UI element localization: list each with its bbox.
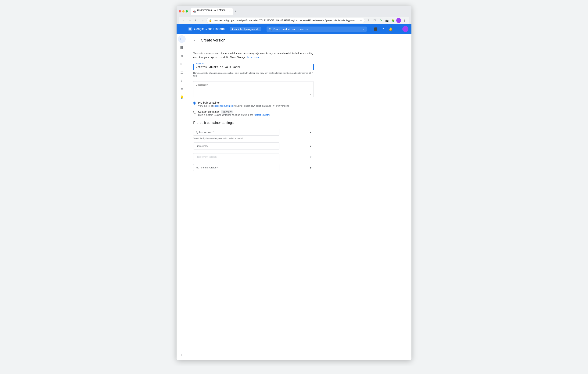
page-title: Create version [201, 38, 225, 43]
cloud-shell-icon[interactable]: ⬛ [372, 26, 379, 32]
custom-radio-content: Custom container PREVIEW Build a custom … [198, 110, 270, 116]
search-bar[interactable]: 🔍 Search products and resources ▾ [267, 27, 367, 32]
framework-select[interactable]: Framework TensorFlow scikit-learn XGBoos… [193, 142, 279, 150]
custom-radio-description: Build a custom Docker container. Must be… [198, 114, 270, 116]
form-content: To create a new version of your model, m… [187, 47, 320, 179]
maximize-traffic-light[interactable] [186, 10, 188, 12]
ml-runtime-select-container: ML runtime version * ▾ [193, 164, 314, 171]
sidebar-item-jobs[interactable]: ⊞ [178, 60, 186, 68]
search-icon: 🔍 [269, 28, 272, 31]
tab-title: Create version – AI Platform – [197, 9, 226, 14]
top-nav: ☰ Google Cloud Platform ◈ daniels-dl-pla… [177, 24, 411, 34]
nav-puzzle-icon[interactable]: 🧩 [390, 18, 396, 23]
python-version-dropdown-icon: ▾ [310, 130, 311, 134]
page-header: ← Create version [187, 34, 411, 47]
browser-nav: ← → ↻ ⌂ 🔒 console.cloud.google.com/ai-pl… [179, 17, 409, 24]
project-selector[interactable]: ◈ daniels-dl-playground ▾ [230, 27, 261, 31]
gcp-app-name: Google Cloud Platform [194, 27, 225, 31]
reload-nav-button[interactable]: ↻ [194, 18, 199, 23]
browser-user-avatar[interactable] [396, 18, 401, 23]
gcp-logo-icon [188, 27, 192, 31]
container-type-radio-group: Pre-built container View the list of sup… [193, 101, 314, 116]
intro-text: To create a new version of your model, m… [193, 51, 314, 59]
gcp-logo: Google Cloud Platform [188, 27, 225, 31]
browser-controls: 🤖 Create version – AI Platform – ✕ + [179, 8, 409, 15]
sidebar-item-ai[interactable]: ⬡ [178, 35, 186, 43]
active-tab[interactable]: 🤖 Create version – AI Platform – ✕ [191, 8, 233, 15]
prebuilt-radio-label: Pre-built container [198, 101, 289, 104]
sidebar-item-list[interactable]: ≡ [178, 85, 186, 93]
content-area: ← Create version To create a new version… [187, 34, 411, 360]
settings-icon[interactable]: ⋮ [395, 26, 402, 32]
ml-runtime-dropdown-icon: ▾ [310, 166, 311, 169]
nav-actions: ℹ 🛡 G 📷 🧩 ⋮ [366, 18, 407, 23]
learn-more-link[interactable]: Learn more [247, 56, 260, 59]
sidebar-item-dashboard[interactable]: ▦ [178, 43, 186, 51]
hamburger-menu-button[interactable]: ☰ [179, 25, 186, 32]
custom-radio[interactable] [193, 111, 196, 114]
bookmark-icon[interactable]: ☆ [360, 19, 362, 22]
nav-extension-green-icon[interactable]: G [378, 18, 383, 23]
nav-camera-icon[interactable]: 📷 [384, 18, 389, 23]
sidebar-item-models[interactable]: ◈ [178, 52, 186, 60]
help-icon[interactable]: ? [380, 26, 387, 32]
supported-runtimes-link[interactable]: supported runtimes [213, 105, 233, 107]
back-nav-button[interactable]: ← [181, 18, 186, 23]
project-name: daniels-dl-playground [234, 28, 258, 31]
list-icon: ≡ [181, 87, 183, 91]
framework-version-select[interactable]: Framework version [193, 153, 279, 160]
custom-preview-badge: PREVIEW [221, 110, 233, 114]
search-placeholder: Search products and resources [273, 28, 308, 31]
framework-version-select-container: Framework version ▾ [193, 153, 314, 160]
python-version-hint: Select the Python version you used to tr… [193, 137, 314, 139]
close-traffic-light[interactable] [179, 10, 181, 12]
project-icon: ◈ [231, 28, 233, 31]
description-container [193, 81, 314, 97]
nav-more-icon[interactable]: ⋮ [402, 18, 407, 23]
dashboard-icon: ▦ [180, 45, 183, 49]
data-icon: ☰ [180, 70, 183, 75]
bulb-icon: 💡 [180, 95, 184, 99]
jobs-icon: ⊞ [180, 62, 183, 66]
models-icon: ◈ [180, 53, 183, 58]
sidebar: ⬡ ▦ ◈ ⊞ ☰ ⫶ ≡ [177, 34, 187, 360]
new-tab-button[interactable]: + [233, 9, 238, 14]
nav-shield-icon[interactable]: 🛡 [372, 18, 377, 23]
pipelines-icon: ⫶ [181, 79, 183, 83]
name-field-hint: Name cannot be changed, is case sensitiv… [193, 72, 313, 77]
home-nav-button[interactable]: ⌂ [200, 18, 205, 23]
tab-close-button[interactable]: ✕ [228, 10, 230, 13]
sidebar-item-features[interactable]: 💡 [178, 94, 186, 101]
section-heading: Pre-built container settings [193, 121, 314, 125]
name-field-container: Name * [193, 64, 314, 70]
description-textarea[interactable] [196, 83, 311, 95]
address-text: console.cloud.google.com/ai-platform/mod… [213, 19, 359, 22]
sidebar-item-pipelines[interactable]: ⫶ [178, 77, 186, 85]
user-avatar[interactable] [402, 26, 409, 32]
browser-window: 🤖 Create version – AI Platform – ✕ + ← →… [177, 6, 411, 360]
browser-titlebar: 🤖 Create version – AI Platform – ✕ + ← →… [177, 6, 411, 24]
address-bar[interactable]: 🔒 console.cloud.google.com/ai-platform/m… [207, 18, 365, 23]
framework-version-dropdown-icon: ▾ [310, 155, 311, 159]
ml-runtime-select[interactable]: ML runtime version * [193, 164, 279, 171]
minimize-traffic-light[interactable] [182, 10, 185, 12]
framework-dropdown-icon: ▾ [310, 144, 311, 148]
nav-info-icon[interactable]: ℹ [366, 18, 371, 23]
framework-select-container: Framework TensorFlow scikit-learn XGBoos… [193, 142, 314, 150]
artifact-registry-link[interactable]: Artifact Registry [254, 114, 270, 116]
forward-nav-button[interactable]: → [187, 18, 192, 23]
lock-icon: 🔒 [209, 19, 212, 22]
name-input[interactable] [196, 66, 311, 69]
prebuilt-radio[interactable] [193, 102, 196, 105]
ai-platform-icon: ⬡ [180, 37, 183, 41]
name-form-group: Name * Name cannot be changed, is case s… [193, 64, 314, 78]
name-field-label: Name * [195, 63, 205, 65]
search-expand-icon: ▾ [363, 28, 365, 31]
python-version-field: Python version * 3.7 3.8 2.7 ▾ Select th… [193, 129, 314, 139]
sidebar-expand-button[interactable]: › [178, 351, 186, 359]
traffic-lights [179, 10, 188, 12]
python-version-select[interactable]: Python version * 3.7 3.8 2.7 [193, 129, 279, 136]
sidebar-item-data[interactable]: ☰ [178, 69, 186, 76]
back-button[interactable]: ← [192, 37, 199, 43]
notifications-icon[interactable]: 🔔 [387, 26, 394, 32]
